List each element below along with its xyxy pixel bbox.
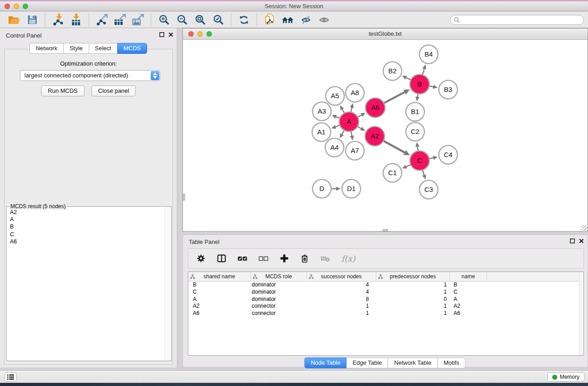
task-history-button[interactable] bbox=[5, 372, 17, 381]
graph-edge[interactable] bbox=[384, 89, 410, 103]
graph-node-c2[interactable]: C2 bbox=[406, 123, 425, 141]
graph-edge[interactable] bbox=[358, 113, 365, 117]
apply-layout-button[interactable] bbox=[236, 13, 252, 27]
tab-style[interactable]: Style bbox=[63, 43, 89, 54]
close-panel-button[interactable]: Close panel bbox=[91, 86, 136, 96]
tab-motifs[interactable]: Motifs bbox=[437, 357, 466, 368]
table-cell[interactable]: dominator bbox=[251, 296, 307, 303]
table-cell[interactable]: 1 bbox=[307, 310, 376, 317]
network-canvas[interactable]: B4B2BB3A5A8A6A3B1AA1C2A2A4A7CC4C1C3DD1 bbox=[183, 40, 588, 231]
table-cell[interactable]: connector bbox=[251, 310, 307, 317]
table-cell[interactable]: 1 bbox=[376, 303, 450, 310]
table-row[interactable]: Adominator80A bbox=[188, 296, 583, 303]
close-panel-icon[interactable] bbox=[579, 238, 584, 243]
graph-edge[interactable] bbox=[429, 85, 438, 89]
graph-node-c3[interactable]: C3 bbox=[420, 181, 438, 199]
table-cell[interactable]: 4 bbox=[307, 289, 376, 296]
new-network-from-selection-button[interactable] bbox=[262, 13, 277, 27]
table-cell[interactable]: B bbox=[450, 281, 487, 289]
graph-node-a6[interactable]: A6 bbox=[366, 98, 385, 118]
table-row[interactable]: Bdominator41B bbox=[188, 281, 583, 289]
table-cell[interactable]: A6 bbox=[450, 310, 487, 317]
graph-node-c[interactable]: C bbox=[410, 151, 430, 171]
table-cell[interactable]: A2 bbox=[188, 303, 251, 310]
graph-node-a8[interactable]: A8 bbox=[346, 84, 364, 102]
graph-node-b4[interactable]: B4 bbox=[420, 45, 438, 64]
memory-button[interactable]: Memory bbox=[547, 372, 584, 381]
graph-edge[interactable] bbox=[340, 105, 344, 113]
graph-node-a[interactable]: A bbox=[339, 112, 359, 132]
network-scrollbar-thumb-left[interactable] bbox=[183, 194, 185, 200]
mcds-result-item[interactable]: B bbox=[7, 223, 164, 230]
open-session-button[interactable] bbox=[6, 13, 22, 27]
graph-node-a3[interactable]: A3 bbox=[313, 102, 331, 121]
graph-node-d[interactable]: D bbox=[313, 180, 331, 198]
graph-node-a1[interactable]: A1 bbox=[312, 123, 331, 142]
import-network-button[interactable] bbox=[50, 13, 66, 27]
export-network-button[interactable] bbox=[94, 13, 110, 27]
graph-edge[interactable] bbox=[416, 94, 420, 101]
column-header-shared-name[interactable]: shared name bbox=[188, 272, 251, 281]
zoom-selected-button[interactable] bbox=[210, 13, 226, 27]
graph-edge[interactable] bbox=[350, 103, 354, 112]
graph-edge[interactable] bbox=[383, 141, 410, 155]
graph-edge[interactable] bbox=[332, 115, 340, 119]
search-input[interactable] bbox=[450, 15, 584, 25]
graph-edge[interactable] bbox=[340, 130, 344, 138]
table-cell[interactable]: A bbox=[188, 296, 251, 303]
table-row[interactable]: A2connector11A2 bbox=[188, 303, 583, 310]
graph-node-b2[interactable]: B2 bbox=[383, 62, 402, 81]
graph-node-b3[interactable]: B3 bbox=[439, 81, 458, 99]
export-table-button[interactable] bbox=[112, 13, 128, 27]
delete-columns-button[interactable] bbox=[300, 253, 310, 264]
table-cell[interactable]: A2 bbox=[450, 303, 487, 310]
graph-node-a5[interactable]: A5 bbox=[326, 87, 344, 105]
graph-node-a7[interactable]: A7 bbox=[346, 142, 364, 160]
show-graphics-details-button[interactable] bbox=[316, 13, 332, 27]
mcds-result-item[interactable]: A bbox=[7, 216, 164, 223]
column-header-successor-nodes[interactable]: successor nodes bbox=[307, 272, 376, 281]
tab-network[interactable]: Network bbox=[29, 43, 64, 54]
function-builder-button[interactable]: f(x) bbox=[341, 254, 355, 263]
run-mcds-button[interactable]: Run MCDS bbox=[41, 86, 85, 96]
graph-edge[interactable] bbox=[416, 142, 420, 151]
tab-network-table[interactable]: Network Table bbox=[388, 357, 438, 368]
graph-edge[interactable] bbox=[402, 165, 411, 169]
table-cell[interactable]: 1 bbox=[376, 289, 450, 296]
table-cell[interactable]: dominator bbox=[251, 281, 307, 289]
export-image-button[interactable] bbox=[130, 13, 146, 27]
zoom-out-button[interactable] bbox=[174, 13, 190, 27]
select-all-columns-button[interactable] bbox=[237, 253, 248, 263]
graph-edge[interactable] bbox=[331, 187, 341, 191]
table-settings-button[interactable] bbox=[196, 253, 206, 263]
table-row[interactable]: A6connector11A6 bbox=[188, 310, 583, 317]
graph-node-d1[interactable]: D1 bbox=[342, 180, 361, 198]
graph-edge[interactable] bbox=[331, 125, 340, 129]
close-panel-icon[interactable] bbox=[168, 32, 173, 37]
network-scrollbar-thumb-bottom[interactable] bbox=[382, 229, 388, 231]
mcds-result-scrollbar[interactable] bbox=[165, 207, 171, 360]
table-row[interactable]: Cdominator41C bbox=[188, 289, 583, 296]
table-cell[interactable]: 0 bbox=[376, 296, 450, 303]
window-resize-grip[interactable] bbox=[581, 225, 587, 231]
graph-node-a4[interactable]: A4 bbox=[325, 138, 344, 157]
float-panel-icon[interactable] bbox=[159, 32, 164, 37]
graph-edge[interactable] bbox=[429, 156, 438, 160]
graph-edge[interactable] bbox=[350, 131, 354, 140]
criterion-select[interactable]: largest connected component (directed) bbox=[20, 70, 160, 81]
table-cell[interactable]: connector bbox=[251, 303, 307, 310]
float-panel-icon[interactable] bbox=[570, 238, 575, 243]
table-scrollbar[interactable] bbox=[579, 272, 583, 355]
graph-node-b1[interactable]: B1 bbox=[406, 103, 425, 121]
tab-node-table[interactable]: Node Table bbox=[304, 357, 347, 368]
mcds-result-item[interactable]: A2 bbox=[7, 209, 164, 216]
column-header-predecessor-nodes[interactable]: predecessor nodes bbox=[376, 272, 450, 281]
table-cell[interactable]: A6 bbox=[188, 310, 251, 317]
unselect-all-columns-button[interactable] bbox=[258, 253, 269, 263]
zoom-fit-button[interactable] bbox=[192, 13, 208, 27]
table-cell[interactable]: B bbox=[188, 281, 251, 289]
hide-graphics-details-button[interactable] bbox=[298, 13, 314, 27]
column-header-mcds-role[interactable]: MCDS role bbox=[251, 272, 307, 281]
column-header-name[interactable]: name bbox=[450, 272, 487, 281]
table-cell[interactable]: C bbox=[188, 289, 251, 296]
